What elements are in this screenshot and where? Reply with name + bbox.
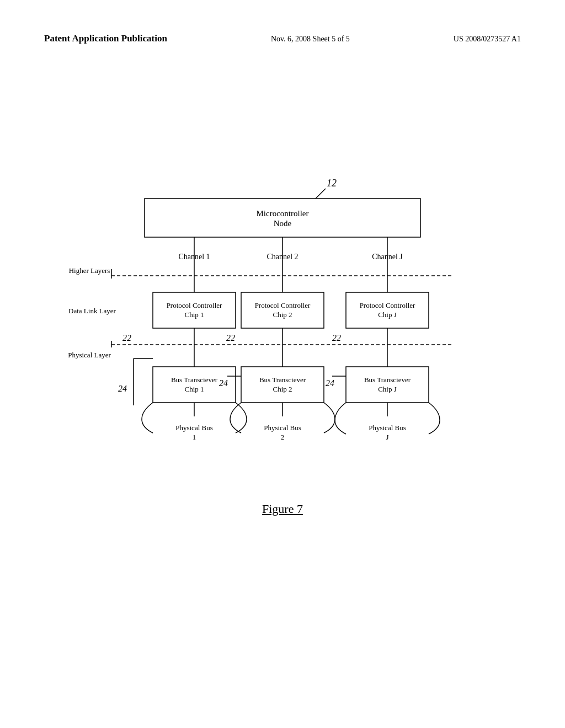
header-patent-number: US 2008/0273527 A1 <box>454 35 521 44</box>
diagram-area: 12 Microcontroller Node Channel 1 Channe… <box>44 176 521 485</box>
svg-text:Data Link Layer: Data Link Layer <box>68 307 116 315</box>
svg-text:Node: Node <box>274 219 292 228</box>
svg-text:Chip J: Chip J <box>378 311 397 319</box>
svg-text:Channel J: Channel J <box>372 253 403 261</box>
svg-text:Physical Bus: Physical Bus <box>175 424 213 432</box>
svg-text:22: 22 <box>332 333 341 342</box>
svg-text:1: 1 <box>193 433 196 441</box>
svg-text:Channel 1: Channel 1 <box>178 253 210 261</box>
svg-text:Physical Bus: Physical Bus <box>369 424 406 432</box>
svg-text:Protocol Controller: Protocol Controller <box>255 301 311 309</box>
svg-line-1 <box>316 189 326 199</box>
publication-type: Patent Application Publication <box>44 33 167 44</box>
svg-text:Protocol Controller: Protocol Controller <box>360 301 415 309</box>
svg-text:J: J <box>386 433 388 441</box>
svg-text:Channel 2: Channel 2 <box>266 253 298 261</box>
svg-text:24: 24 <box>219 378 228 388</box>
page: Patent Application Publication Nov. 6, 2… <box>0 0 565 728</box>
figure-caption: Figure 7 <box>44 502 521 516</box>
svg-text:Microcontroller: Microcontroller <box>257 209 309 218</box>
svg-text:Chip J: Chip J <box>378 385 397 393</box>
svg-text:24: 24 <box>326 378 334 388</box>
svg-text:22: 22 <box>122 333 131 342</box>
svg-text:Physical Layer: Physical Layer <box>68 351 111 359</box>
svg-text:Chip 2: Chip 2 <box>273 311 292 319</box>
svg-text:Chip 2: Chip 2 <box>273 385 292 393</box>
diagram-svg: 12 Microcontroller Node Channel 1 Channe… <box>56 176 509 485</box>
svg-text:Chip 1: Chip 1 <box>184 385 204 393</box>
svg-text:Bus Transciever: Bus Transciever <box>171 376 218 384</box>
svg-text:Physical Bus: Physical Bus <box>264 424 301 432</box>
svg-text:Chip 1: Chip 1 <box>184 311 204 319</box>
svg-text:Protocol Controller: Protocol Controller <box>167 301 222 309</box>
svg-text:22: 22 <box>226 333 235 342</box>
svg-text:Higher Layers: Higher Layers <box>69 266 110 275</box>
header: Patent Application Publication Nov. 6, 2… <box>44 33 521 44</box>
svg-text:12: 12 <box>327 178 337 189</box>
svg-rect-2 <box>145 199 420 237</box>
svg-text:24: 24 <box>118 384 127 393</box>
header-date-sheet: Nov. 6, 2008 Sheet 5 of 5 <box>271 35 350 44</box>
svg-text:Bus Transciever: Bus Transciever <box>364 376 411 384</box>
svg-text:Bus Transciever: Bus Transciever <box>259 376 306 384</box>
svg-text:2: 2 <box>281 433 285 441</box>
